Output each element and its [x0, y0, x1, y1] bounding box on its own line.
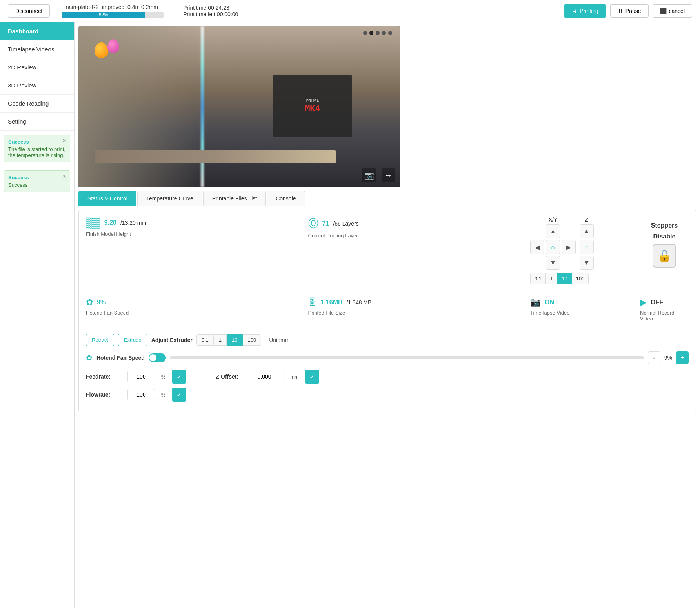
- sidebar-item-gcode[interactable]: Gcode Reading: [0, 95, 74, 113]
- z-label: Z: [585, 217, 589, 223]
- z-offset-label: Z Offset:: [216, 373, 239, 380]
- unit-label: Unit:mm: [269, 337, 289, 343]
- normal-record-icon-val: ▶ OFF: [640, 297, 689, 308]
- disconnect-button[interactable]: Disconnect: [8, 4, 50, 18]
- toggle-knob: [149, 354, 156, 361]
- sidebar-item-setting[interactable]: Setting: [0, 113, 74, 131]
- normal-record-cell: ▶ OFF Normal Record Video: [633, 291, 696, 328]
- z-offset-input[interactable]: [245, 371, 284, 382]
- z-down-button[interactable]: ▼: [580, 256, 594, 270]
- layers-current: 71: [322, 220, 329, 227]
- file-info: main-plate-R2_improved_0.4n_0.2mm_ 82%: [58, 4, 167, 18]
- close-notification-2[interactable]: ✕: [62, 173, 67, 179]
- fan-plus-button[interactable]: +: [676, 351, 689, 364]
- layers-icon: Ⓞ: [308, 217, 318, 230]
- fan-minus-button[interactable]: -: [648, 351, 660, 364]
- xy-right-button[interactable]: ▶: [562, 240, 576, 254]
- model-height-icon: ▒▒: [86, 217, 100, 229]
- sidebar-item-2d-review[interactable]: 2D Review: [0, 58, 74, 76]
- printing-label: Printing: [580, 8, 598, 14]
- timelapse-val: ON: [545, 299, 554, 306]
- flowrate-row: Flowrate: % ✓: [86, 388, 689, 402]
- fan-toggle[interactable]: [149, 353, 166, 362]
- flowrate-confirm-button[interactable]: ✓: [172, 388, 186, 402]
- screenshot-button[interactable]: 📷: [362, 168, 376, 182]
- adjust-extruder-label: Adjust Extruder: [151, 337, 193, 343]
- xy-up-button[interactable]: ▲: [546, 224, 560, 238]
- step-btn-01[interactable]: 0.1: [530, 273, 546, 284]
- fan-speed-icon-val: ✿ 9%: [86, 297, 294, 308]
- ext-step-01[interactable]: 0.1: [196, 334, 214, 346]
- feedrate-confirm-button[interactable]: ✓: [172, 370, 186, 384]
- stop-icon: ⬛: [660, 8, 667, 14]
- z-offset-unit: mm: [290, 374, 299, 380]
- flowrate-input[interactable]: [127, 389, 155, 400]
- steppers-cell: Steppers Disable 🔓: [633, 210, 696, 291]
- print-time-left: Print time left:00:00:00: [183, 11, 238, 17]
- close-notification-1[interactable]: ✕: [62, 137, 67, 144]
- extruder-step-buttons: 0.1 1 10 100: [196, 334, 261, 346]
- notification-2: ✕ Success Success: [4, 170, 70, 192]
- xy-label: X/Y: [549, 217, 558, 223]
- extruder-row: Retract Extrude Adjust Extruder 0.1 1 10…: [86, 334, 689, 346]
- steppers-subtitle: Disable: [653, 233, 676, 240]
- notif-title-2: Success: [8, 175, 66, 180]
- normal-record-label: Normal Record Video: [640, 310, 689, 322]
- notif-message-1: The file is started to print, the temper…: [8, 146, 66, 158]
- step-btn-100[interactable]: 100: [572, 273, 589, 284]
- tab-printable-files[interactable]: Printable Files List: [203, 191, 266, 206]
- ext-step-1[interactable]: 1: [214, 334, 227, 346]
- bottom-controls: Retract Extrude Adjust Extruder 0.1 1 10…: [79, 328, 696, 411]
- file-name: main-plate-R2_improved_0.4n_0.2mm_: [64, 4, 161, 10]
- fan-speed-val: 9%: [97, 299, 106, 306]
- extrude-button[interactable]: Extrude: [118, 334, 147, 346]
- tab-status-control[interactable]: Status & Control: [78, 191, 136, 206]
- model-height-label: Finish Model Height: [86, 231, 294, 237]
- xy-home-button[interactable]: ⌂: [546, 240, 560, 254]
- feedrate-unit: %: [161, 374, 166, 380]
- cancel-button[interactable]: ⬛ cancel: [653, 4, 692, 18]
- notif-message-2: Success: [8, 182, 66, 188]
- flowrate-label: Flowrate:: [86, 391, 121, 398]
- sidebar-item-3d-review[interactable]: 3D Review: [0, 76, 74, 95]
- xy-down-button[interactable]: ▼: [546, 256, 560, 270]
- tab-temperature-curve[interactable]: Temperature Curve: [137, 191, 202, 206]
- file-size-current: 1.16MB: [321, 299, 343, 306]
- steppers-title: Steppers: [651, 222, 678, 229]
- layers-label: Current Printing Layer: [308, 233, 516, 238]
- step-btn-1[interactable]: 1: [546, 273, 557, 284]
- step-buttons: 0.1 1 10 100: [530, 273, 625, 284]
- ext-step-100[interactable]: 100: [243, 334, 262, 346]
- camera-dot-1: [363, 31, 367, 35]
- camera-view: PRUSA MK4: [78, 26, 400, 187]
- xy-z-cell: X/Y ▲ ◀ ⌂ ▶ ▼ Z: [523, 210, 633, 291]
- xy-left-button[interactable]: ◀: [530, 240, 544, 254]
- fan-speed-cell: ✿ 9% Hotend Fan Speed: [79, 291, 301, 328]
- camera-dot-3: [376, 31, 380, 35]
- fan-slider[interactable]: [170, 356, 644, 359]
- model-height-current: 9.20: [104, 219, 116, 226]
- ext-step-10[interactable]: 10: [227, 334, 242, 346]
- feedrate-input[interactable]: [127, 371, 155, 382]
- fan-icon: ✿: [86, 353, 93, 362]
- tab-console[interactable]: Console: [267, 191, 305, 206]
- file-size-icon-val: 🗄 1.16MB /1.348 MB: [308, 297, 516, 308]
- header-actions: 🖨 Printing ⏸ Pause ⬛ cancel: [564, 4, 692, 18]
- z-offset-confirm-button[interactable]: ✓: [305, 370, 319, 384]
- printing-button[interactable]: 🖨 Printing: [564, 4, 606, 18]
- sidebar-item-timelapse[interactable]: Timelapse Videos: [0, 40, 74, 58]
- z-home-button[interactable]: ⌂: [580, 240, 594, 254]
- z-up-button[interactable]: ▲: [580, 224, 594, 238]
- retract-button[interactable]: Retract: [86, 334, 114, 346]
- file-size-icon: 🗄: [308, 297, 317, 308]
- camera-dot-4: [382, 31, 386, 35]
- fullscreen-button[interactable]: ↔: [382, 168, 395, 182]
- status-grid: ▒▒ 9.20 /13.20 mm Finish Model Height Ⓞ …: [79, 210, 696, 291]
- pause-button[interactable]: ⏸ Pause: [610, 4, 649, 18]
- step-btn-10[interactable]: 10: [557, 273, 571, 284]
- sidebar: Dashboard Timelapse Videos 2D Review 3D …: [0, 22, 75, 608]
- sidebar-item-dashboard[interactable]: Dashboard: [0, 22, 74, 40]
- steppers-lock-button[interactable]: 🔓: [653, 244, 676, 268]
- model-height-icon-val: ▒▒ 9.20 /13.20 mm: [86, 217, 294, 229]
- content-area: PRUSA MK4: [75, 22, 700, 608]
